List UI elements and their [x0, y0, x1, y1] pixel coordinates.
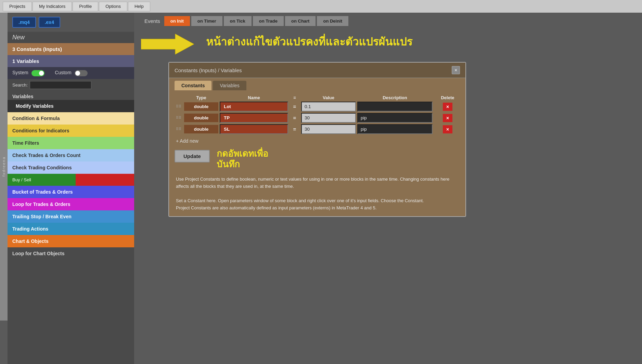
- sidebar-item-trailing[interactable]: Trailing Stop / Break Even: [8, 210, 134, 223]
- table-row: ⠿⠿ double = ×: [175, 124, 460, 134]
- svg-marker-0: [141, 34, 194, 54]
- table-headers: Type Name = Value Description Delete: [175, 94, 460, 102]
- table-row: ⠿⠿ double = ×: [175, 102, 460, 112]
- menu-options[interactable]: Options: [99, 2, 127, 11]
- eq-cell: =: [290, 115, 300, 121]
- variables-section-header: Variables: [8, 91, 134, 100]
- update-row: Update กดอัพเดทเพื่อบันทึก: [175, 146, 460, 173]
- th-description: Description: [357, 95, 433, 100]
- event-on-timer[interactable]: on Timer: [191, 16, 222, 26]
- event-on-init[interactable]: on Init: [164, 16, 190, 26]
- dialog-window: Constants (Inputs) / Variables × Constan…: [168, 62, 466, 217]
- name-input[interactable]: [220, 124, 288, 134]
- event-on-tick[interactable]: on Tick: [224, 16, 252, 26]
- sidebar-item-bucket[interactable]: Bucket of Trades & Orders: [8, 186, 134, 198]
- search-row: Search:: [8, 79, 134, 91]
- main-container: .mq4 .ex4 New 3 Constants (Inputs) 1 Var…: [8, 13, 642, 364]
- update-button[interactable]: Update: [175, 150, 210, 162]
- desc-input[interactable]: [357, 124, 433, 134]
- yellow-arrow-icon: [141, 32, 196, 57]
- custom-toggle-label: Custom: [55, 70, 71, 75]
- sidebar-item-loop[interactable]: Loop for Trades & Orders: [8, 198, 134, 210]
- update-thai-text: กดอัพเดทเพื่อบันทึก: [217, 148, 268, 170]
- menu-my-indicators[interactable]: My Indicators: [33, 2, 72, 11]
- value-input[interactable]: [301, 124, 356, 134]
- sidebar-item-time-filters[interactable]: Time Filters: [8, 137, 134, 149]
- sidebar-item-conditions-indicators[interactable]: Conditions for Indicators: [8, 125, 134, 137]
- th-handle: [175, 95, 183, 100]
- event-on-trade[interactable]: on Trade: [253, 16, 284, 26]
- sidebar-item-chart-objects[interactable]: Chart & Objects: [8, 235, 134, 247]
- menu-projects[interactable]: Projects: [3, 2, 32, 11]
- file-button-row: .mq4 .ex4: [8, 13, 134, 32]
- sidebar-item-buy-sell[interactable]: Buy / Sell: [8, 174, 134, 186]
- sidebar-item-trading-actions[interactable]: Trading Actions: [8, 223, 134, 235]
- table-row: ⠿⠿ double = ×: [175, 113, 460, 123]
- sidebar-item-check-trading[interactable]: Check Trading Conditions: [8, 161, 134, 174]
- desc-input[interactable]: [357, 113, 433, 123]
- events-label: Events: [144, 18, 160, 24]
- sidebar-brand-label: fxdreena: [0, 13, 8, 321]
- delete-button[interactable]: ×: [443, 103, 452, 111]
- sidebar-item-condition-formula[interactable]: Condition & Formula: [8, 112, 134, 125]
- th-type: Type: [184, 95, 218, 100]
- th-eq: =: [290, 95, 300, 100]
- menu-profile[interactable]: Profile: [73, 2, 98, 11]
- toggle-row: System Custom: [8, 67, 134, 79]
- tab-constants[interactable]: Constants: [175, 81, 211, 90]
- delete-button[interactable]: ×: [443, 114, 452, 122]
- delete-cell: ×: [434, 114, 461, 122]
- row-handle: ⠿⠿: [175, 104, 183, 109]
- dialog-titlebar: Constants (Inputs) / Variables ×: [169, 63, 465, 78]
- dialog-tabs: Constants Variables: [169, 78, 465, 90]
- info-text: Use Project Constants to define boolean,…: [175, 173, 460, 213]
- heading-row: หน้าต่างแก้ไขตัวแปรคงที่และตัวแปรผันแปร: [141, 32, 635, 57]
- new-label: New: [8, 32, 134, 43]
- row-handle: ⠿⠿: [175, 127, 183, 131]
- thai-heading: หน้าต่างแก้ไขตัวแปรคงที่และตัวแปรผันแปร: [206, 33, 412, 50]
- delete-cell: ×: [434, 103, 461, 111]
- sidebar-constants-item[interactable]: 3 Constants (Inputs): [8, 43, 134, 55]
- delete-button[interactable]: ×: [443, 125, 452, 133]
- sidebar-variables-item[interactable]: 1 Variables: [8, 55, 134, 67]
- dialog-close-button[interactable]: ×: [452, 66, 460, 74]
- type-cell: double: [184, 125, 218, 133]
- dialog-title: Constants (Inputs) / Variables: [175, 67, 242, 73]
- th-value: Value: [301, 95, 356, 100]
- eq-cell: =: [290, 126, 300, 132]
- custom-toggle[interactable]: [75, 70, 88, 76]
- name-input[interactable]: [220, 113, 288, 123]
- search-label: Search:: [12, 82, 28, 88]
- add-new-link[interactable]: + Add new: [175, 135, 460, 146]
- value-input[interactable]: [301, 102, 356, 112]
- events-bar: Events on Init on Timer on Tick on Trade…: [144, 16, 635, 26]
- search-input[interactable]: [30, 81, 91, 89]
- row-handle: ⠿⠿: [175, 116, 183, 120]
- type-cell: double: [184, 114, 218, 122]
- dialog-content: Type Name = Value Description Delete ⠿⠿ …: [169, 90, 465, 216]
- desc-input[interactable]: [357, 102, 433, 112]
- buy-part-label: Buy / Sell: [8, 174, 76, 186]
- left-panel: .mq4 .ex4 New 3 Constants (Inputs) 1 Var…: [8, 13, 134, 364]
- sell-part-label: [76, 174, 134, 186]
- type-cell: double: [184, 102, 218, 111]
- menu-help[interactable]: Help: [128, 2, 150, 11]
- sidebar-item-loop-chart[interactable]: Loop for Chart Objects: [8, 247, 134, 260]
- info-text-2: Set a Constant here. Open parameters win…: [176, 198, 424, 210]
- th-name: Name: [220, 95, 288, 100]
- tab-variables[interactable]: Variables: [213, 81, 246, 90]
- delete-cell: ×: [434, 125, 461, 133]
- sidebar-item-check-trades[interactable]: Check Trades & Orders Count: [8, 149, 134, 161]
- eq-cell: =: [290, 104, 300, 109]
- event-on-chart[interactable]: on Chart: [285, 16, 316, 26]
- value-input[interactable]: [301, 113, 356, 123]
- system-toggle-label: System: [12, 70, 28, 75]
- system-toggle[interactable]: [31, 70, 44, 76]
- mq4-button[interactable]: .mq4: [12, 17, 36, 28]
- event-on-deinit[interactable]: on Deinit: [317, 16, 348, 26]
- sidebar-item-modify-vars[interactable]: Modify Variables: [8, 100, 134, 112]
- ex4-button[interactable]: .ex4: [39, 17, 60, 28]
- top-menu-bar: Projects My Indicators Profile Options H…: [0, 0, 642, 13]
- name-input[interactable]: [220, 102, 288, 112]
- info-text-1: Use Project Constants to define boolean,…: [176, 177, 449, 189]
